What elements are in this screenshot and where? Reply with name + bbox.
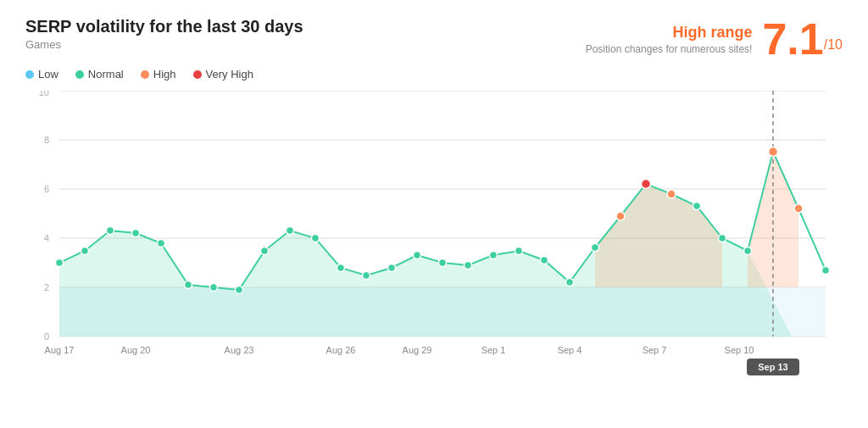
svg-text:0: 0 xyxy=(44,331,49,342)
legend-normal: Normal xyxy=(75,68,124,81)
legend-veryhigh: Very High xyxy=(193,68,253,81)
svg-point-24 xyxy=(287,227,294,235)
svg-point-40 xyxy=(693,203,701,210)
svg-text:2: 2 xyxy=(44,282,49,292)
svg-text:Sep 4: Sep 4 xyxy=(558,345,582,355)
svg-point-44 xyxy=(794,204,803,213)
svg-text:4: 4 xyxy=(44,233,49,243)
svg-point-25 xyxy=(312,235,320,242)
range-desc: Position changes for numerous sites! xyxy=(586,43,753,55)
svg-point-19 xyxy=(158,240,165,247)
svg-text:6: 6 xyxy=(44,184,49,194)
svg-point-35 xyxy=(566,279,574,286)
svg-point-37 xyxy=(616,212,625,220)
svg-point-32 xyxy=(490,252,498,259)
veryhigh-dot xyxy=(193,70,202,79)
low-dot xyxy=(25,70,34,79)
svg-point-29 xyxy=(414,252,421,259)
svg-text:10: 10 xyxy=(39,91,49,97)
normal-dot xyxy=(75,70,84,79)
range-label: High range Position changes for numerous… xyxy=(586,24,753,55)
svg-point-33 xyxy=(515,247,523,255)
svg-point-39 xyxy=(667,190,676,198)
svg-text:Sep 10: Sep 10 xyxy=(725,345,754,355)
chart-legend: Low Normal High Very High xyxy=(25,68,843,81)
svg-point-22 xyxy=(236,286,243,294)
svg-point-17 xyxy=(107,227,114,235)
score-display: 7.1/10 xyxy=(762,17,843,61)
subtitle: Games xyxy=(25,38,303,51)
chart-area: 0 2 4 6 8 10 xyxy=(25,91,843,379)
header-right: High range Position changes for numerous… xyxy=(586,17,843,61)
svg-point-23 xyxy=(261,247,269,255)
svg-point-26 xyxy=(337,264,345,272)
svg-point-41 xyxy=(719,235,726,242)
svg-text:8: 8 xyxy=(44,135,49,145)
legend-high-label: High xyxy=(153,68,176,81)
main-container: SERP volatility for the last 30 days Gam… xyxy=(0,0,868,428)
svg-point-42 xyxy=(744,247,752,255)
page-title: SERP volatility for the last 30 days xyxy=(25,17,303,36)
svg-text:Sep 7: Sep 7 xyxy=(643,345,667,355)
svg-text:Sep 1: Sep 1 xyxy=(481,345,506,355)
svg-point-31 xyxy=(465,262,472,270)
legend-normal-label: Normal xyxy=(88,68,124,81)
svg-point-38 xyxy=(642,180,651,189)
legend-veryhigh-label: Very High xyxy=(206,68,253,81)
svg-point-36 xyxy=(592,244,599,252)
score-denominator: /10 xyxy=(824,37,843,52)
svg-point-43 xyxy=(769,147,778,157)
header: SERP volatility for the last 30 days Gam… xyxy=(25,17,843,61)
legend-high: High xyxy=(141,68,176,81)
svg-point-16 xyxy=(81,247,89,255)
chart-svg: 0 2 4 6 8 10 xyxy=(25,91,843,379)
header-left: SERP volatility for the last 30 days Gam… xyxy=(25,17,303,51)
svg-text:Aug 17: Aug 17 xyxy=(45,345,75,355)
svg-point-21 xyxy=(210,284,218,292)
high-dot xyxy=(141,70,149,79)
svg-point-28 xyxy=(388,264,396,272)
legend-low-label: Low xyxy=(38,68,58,81)
svg-text:Aug 20: Aug 20 xyxy=(121,345,151,355)
svg-point-18 xyxy=(132,230,140,237)
svg-point-45 xyxy=(822,267,830,275)
svg-point-15 xyxy=(56,259,64,267)
svg-point-30 xyxy=(439,259,447,267)
range-title: High range xyxy=(586,24,753,42)
volatility-score: 7.1 xyxy=(762,14,823,64)
svg-point-27 xyxy=(363,272,370,280)
svg-text:Aug 29: Aug 29 xyxy=(403,345,432,355)
legend-low: Low xyxy=(25,68,58,81)
svg-point-20 xyxy=(185,281,192,289)
svg-text:Aug 23: Aug 23 xyxy=(225,345,254,355)
svg-text:Sep 13: Sep 13 xyxy=(758,362,787,372)
svg-text:Aug 26: Aug 26 xyxy=(326,345,356,355)
svg-point-34 xyxy=(541,257,548,264)
